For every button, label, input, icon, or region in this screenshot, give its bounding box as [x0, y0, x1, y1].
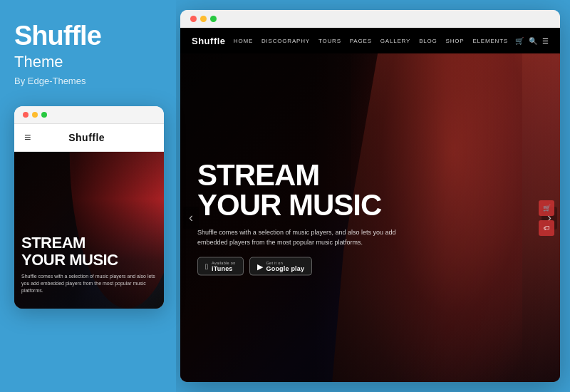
- nav-item-blog[interactable]: BLOG: [419, 38, 437, 44]
- mobile-brand-label: Shuffle: [68, 132, 105, 143]
- google-play-badge[interactable]: ▶ Get it on Google play: [249, 257, 313, 276]
- mobile-nav-bar: ≡ Shuffle: [14, 124, 164, 152]
- nav-item-pages[interactable]: PAGES: [350, 38, 372, 44]
- hero-buttons:  Available on iTunes ▶ Get it on Google…: [197, 257, 397, 276]
- mobile-dot-minimize: [32, 112, 38, 118]
- itunes-badge[interactable]:  Available on iTunes: [197, 257, 244, 276]
- nav-item-home[interactable]: HOME: [234, 38, 253, 44]
- apple-icon: : [205, 262, 208, 271]
- google-play-badge-text: Get it on Google play: [266, 261, 305, 272]
- hero-side-icons: 🛒 🏷: [539, 200, 554, 236]
- desktop-dot-maximize: [210, 16, 217, 22]
- nav-item-tours[interactable]: TOURS: [318, 38, 341, 44]
- hero-title: STREAM YOUR MUSIC: [197, 160, 397, 220]
- brand-author: By Edge-Themes: [14, 76, 162, 86]
- nav-item-discography[interactable]: DISCOGRAPHY: [261, 38, 310, 44]
- cart-icon[interactable]: 🛒: [515, 37, 524, 45]
- mobile-hero-text: STREAM YOUR MUSIC Shuffle comes with a s…: [21, 234, 157, 294]
- hero-description: Shuffle comes with a selection of music …: [197, 227, 397, 247]
- nav-item-shop[interactable]: SHOP: [446, 38, 465, 44]
- hamburger-icon[interactable]: ≡: [24, 131, 31, 144]
- desktop-navbar: Shuffle HOME DISCOGRAPHY TOURS PAGES GAL…: [180, 28, 560, 53]
- side-icon-cart[interactable]: 🛒: [539, 200, 554, 216]
- mobile-dot-close: [23, 112, 28, 118]
- nav-item-gallery[interactable]: GALLERY: [380, 38, 410, 44]
- desktop-top-bar: [180, 10, 560, 28]
- desktop-nav-brand: Shuffle: [192, 36, 226, 46]
- hero-prev-arrow[interactable]: ‹: [183, 207, 199, 229]
- hero-content: STREAM YOUR MUSIC Shuffle comes with a s…: [197, 160, 397, 276]
- search-icon[interactable]: 🔍: [529, 37, 537, 45]
- side-icon-tag[interactable]: 🏷: [539, 220, 554, 236]
- mobile-hero: STREAM YOUR MUSIC Shuffle comes with a s…: [14, 152, 164, 309]
- left-panel: Shuffle Theme By Edge-Themes ≡ Shuffle S…: [0, 0, 176, 392]
- brand-title: Shuffle: [14, 21, 162, 51]
- mobile-mockup: ≡ Shuffle STREAM YOUR MUSIC Shuffle come…: [14, 106, 164, 309]
- mobile-hero-title: STREAM YOUR MUSIC: [21, 234, 157, 269]
- mobile-dot-maximize: [41, 112, 47, 118]
- google-play-icon: ▶: [257, 262, 263, 271]
- desktop-hero: STREAM YOUR MUSIC Shuffle comes with a s…: [180, 53, 560, 382]
- brand-subtitle: Theme: [14, 53, 162, 71]
- mobile-hero-description: Shuffle comes with a selection of music …: [21, 273, 157, 294]
- mobile-top-bar: [14, 106, 164, 124]
- desktop-dot-minimize: [200, 16, 207, 22]
- nav-items: HOME DISCOGRAPHY TOURS PAGES GALLERY BLO…: [234, 38, 508, 44]
- itunes-badge-text: Available on iTunes: [212, 261, 235, 272]
- desktop-mockup: Shuffle HOME DISCOGRAPHY TOURS PAGES GAL…: [180, 10, 560, 382]
- nav-item-elements[interactable]: ELEMENTS: [472, 38, 508, 44]
- right-panel: Shuffle HOME DISCOGRAPHY TOURS PAGES GAL…: [176, 0, 570, 392]
- desktop-dot-close: [190, 16, 197, 22]
- nav-icons: 🛒 🔍 ☰: [515, 37, 549, 45]
- menu-icon[interactable]: ☰: [542, 37, 549, 45]
